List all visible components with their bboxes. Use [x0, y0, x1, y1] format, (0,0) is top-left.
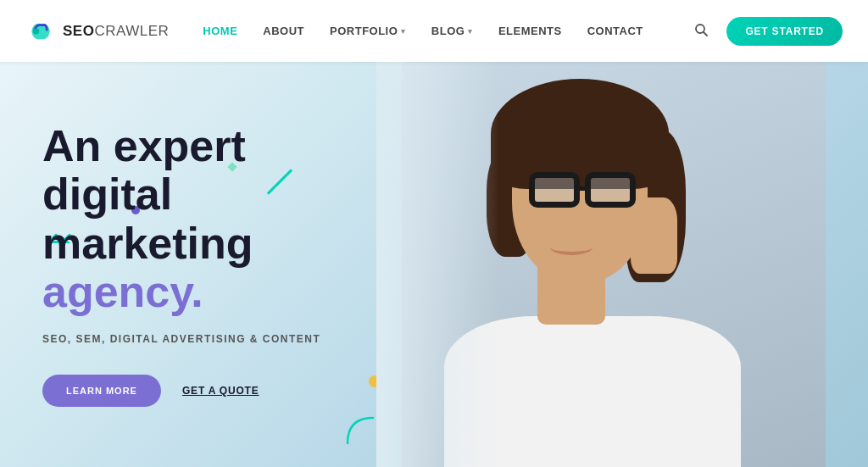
nav-links: HOME ABOUT PORTFOLIO ▾ BLOG ▾ ELEMENTS C… [203, 25, 691, 37]
svg-line-2 [704, 32, 707, 36]
nav-actions: GET STARTED [691, 17, 843, 46]
portfolio-chevron-icon: ▾ [401, 27, 406, 36]
hero-headline: An expert digital marketing agency. [42, 122, 381, 316]
get-quote-link[interactable]: GET A QUOTE [182, 385, 259, 397]
nav-home[interactable]: HOME [203, 25, 237, 37]
search-button[interactable] [691, 19, 711, 43]
navbar: SEOCRAWLER HOME ABOUT PORTFOLIO ▾ BLOG ▾… [0, 0, 868, 62]
logo[interactable]: SEOCRAWLER [25, 16, 169, 47]
nav-about[interactable]: ABOUT [263, 25, 304, 37]
hero-section: An expert digital marketing agency. SEO,… [0, 62, 868, 467]
svg-point-0 [33, 28, 39, 34]
hero-cta: LEARN MORE GET A QUOTE [42, 375, 381, 407]
hero-content: An expert digital marketing agency. SEO,… [0, 62, 424, 467]
photo-overlay [376, 62, 868, 467]
blog-chevron-icon: ▾ [468, 27, 473, 36]
search-icon [694, 23, 708, 36]
nav-elements[interactable]: ELEMENTS [498, 25, 562, 37]
headline-line1: An expert digital [42, 121, 246, 219]
get-started-button[interactable]: GET STARTED [726, 17, 843, 46]
nav-contact[interactable]: CONTACT [587, 25, 643, 37]
nav-blog[interactable]: BLOG ▾ [431, 25, 473, 37]
learn-more-button[interactable]: LEARN MORE [42, 375, 161, 407]
hero-subtext: SEO, SEM, DIGITAL ADVERTISING & CONTENT [42, 333, 381, 345]
headline-accent: agency. [42, 267, 203, 316]
nav-portfolio[interactable]: PORTFOLIO ▾ [330, 25, 406, 37]
headline-line2: marketing [42, 219, 253, 268]
logo-icon [25, 16, 56, 47]
logo-text: SEOCRAWLER [63, 23, 169, 40]
